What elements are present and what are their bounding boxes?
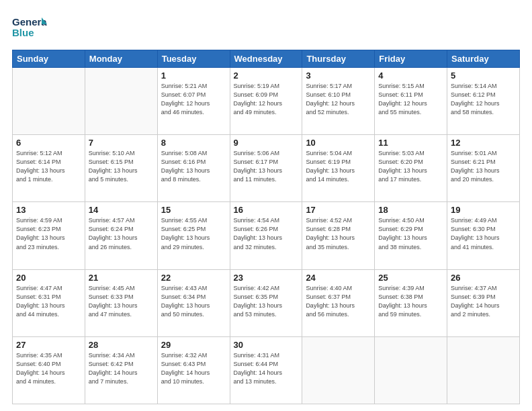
calendar-cell: 9Sunrise: 5:06 AM Sunset: 6:17 PM Daylig… [230, 135, 302, 202]
calendar-cell: 6Sunrise: 5:12 AM Sunset: 6:14 PM Daylig… [13, 135, 85, 202]
day-number: 18 [378, 205, 443, 215]
day-info: Sunrise: 5:15 AM Sunset: 6:11 PM Dayligh… [378, 82, 443, 117]
calendar-cell [447, 336, 520, 404]
logo-icon: General Blue [12, 12, 47, 42]
day-info: Sunrise: 5:10 AM Sunset: 6:15 PM Dayligh… [89, 149, 154, 184]
day-info: Sunrise: 4:35 AM Sunset: 6:40 PM Dayligh… [16, 351, 81, 386]
day-info: Sunrise: 4:31 AM Sunset: 6:44 PM Dayligh… [234, 351, 299, 386]
day-number: 21 [89, 273, 154, 283]
day-info: Sunrise: 4:54 AM Sunset: 6:26 PM Dayligh… [234, 216, 299, 251]
day-number: 11 [378, 138, 443, 148]
calendar-cell: 20Sunrise: 4:47 AM Sunset: 6:31 PM Dayli… [13, 269, 85, 336]
calendar-cell: 5Sunrise: 5:14 AM Sunset: 6:12 PM Daylig… [447, 68, 520, 135]
day-number: 30 [234, 340, 299, 350]
day-number: 25 [378, 273, 443, 283]
calendar-cell: 24Sunrise: 4:40 AM Sunset: 6:37 PM Dayli… [302, 269, 375, 336]
weekday-header-monday: Monday [85, 50, 157, 68]
day-info: Sunrise: 4:43 AM Sunset: 6:34 PM Dayligh… [161, 284, 226, 319]
calendar-cell: 3Sunrise: 5:17 AM Sunset: 6:10 PM Daylig… [302, 68, 375, 135]
week-row-5: 27Sunrise: 4:35 AM Sunset: 6:40 PM Dayli… [13, 336, 520, 404]
day-number: 20 [16, 273, 81, 283]
day-number: 27 [16, 340, 81, 350]
calendar-cell: 29Sunrise: 4:32 AM Sunset: 6:43 PM Dayli… [157, 336, 230, 404]
day-number: 19 [451, 205, 516, 215]
day-number: 10 [306, 138, 371, 148]
day-number: 29 [161, 340, 226, 350]
day-info: Sunrise: 4:52 AM Sunset: 6:28 PM Dayligh… [306, 216, 371, 251]
day-info: Sunrise: 5:06 AM Sunset: 6:17 PM Dayligh… [234, 149, 299, 184]
day-number: 15 [161, 205, 226, 215]
weekday-header-sunday: Sunday [13, 50, 85, 68]
calendar-cell: 2Sunrise: 5:19 AM Sunset: 6:09 PM Daylig… [230, 68, 302, 135]
calendar-cell: 22Sunrise: 4:43 AM Sunset: 6:34 PM Dayli… [157, 269, 230, 336]
calendar-cell: 14Sunrise: 4:57 AM Sunset: 6:24 PM Dayli… [85, 202, 157, 269]
day-number: 13 [16, 205, 81, 215]
calendar-cell: 30Sunrise: 4:31 AM Sunset: 6:44 PM Dayli… [230, 336, 302, 404]
day-number: 17 [306, 205, 371, 215]
day-info: Sunrise: 4:40 AM Sunset: 6:37 PM Dayligh… [306, 284, 371, 319]
day-number: 12 [451, 138, 516, 148]
calendar-cell: 25Sunrise: 4:39 AM Sunset: 6:38 PM Dayli… [375, 269, 447, 336]
weekday-header-row: SundayMondayTuesdayWednesdayThursdayFrid… [13, 50, 520, 68]
day-info: Sunrise: 5:21 AM Sunset: 6:07 PM Dayligh… [161, 82, 226, 117]
day-info: Sunrise: 4:57 AM Sunset: 6:24 PM Dayligh… [89, 216, 154, 251]
day-number: 28 [89, 340, 154, 350]
calendar-cell: 16Sunrise: 4:54 AM Sunset: 6:26 PM Dayli… [230, 202, 302, 269]
day-number: 23 [234, 273, 299, 283]
day-number: 3 [306, 71, 371, 81]
day-info: Sunrise: 4:42 AM Sunset: 6:35 PM Dayligh… [234, 284, 299, 319]
calendar-cell [85, 68, 157, 135]
day-number: 4 [378, 71, 443, 81]
calendar-cell [13, 68, 85, 135]
weekday-header-thursday: Thursday [302, 50, 375, 68]
calendar-cell: 15Sunrise: 4:55 AM Sunset: 6:25 PM Dayli… [157, 202, 230, 269]
day-info: Sunrise: 5:01 AM Sunset: 6:21 PM Dayligh… [451, 149, 516, 184]
day-number: 5 [451, 71, 516, 81]
day-info: Sunrise: 4:47 AM Sunset: 6:31 PM Dayligh… [16, 284, 81, 319]
header: General Blue [12, 12, 520, 44]
day-number: 16 [234, 205, 299, 215]
day-number: 6 [16, 138, 81, 148]
day-number: 22 [161, 273, 226, 283]
weekday-header-tuesday: Tuesday [157, 50, 230, 68]
week-row-3: 13Sunrise: 4:59 AM Sunset: 6:23 PM Dayli… [13, 202, 520, 269]
weekday-header-friday: Friday [375, 50, 447, 68]
calendar-cell [375, 336, 447, 404]
day-info: Sunrise: 4:50 AM Sunset: 6:29 PM Dayligh… [378, 216, 443, 251]
day-number: 2 [234, 71, 299, 81]
day-info: Sunrise: 4:34 AM Sunset: 6:42 PM Dayligh… [89, 351, 154, 386]
calendar-cell: 7Sunrise: 5:10 AM Sunset: 6:15 PM Daylig… [85, 135, 157, 202]
calendar-cell: 28Sunrise: 4:34 AM Sunset: 6:42 PM Dayli… [85, 336, 157, 404]
day-info: Sunrise: 4:59 AM Sunset: 6:23 PM Dayligh… [16, 216, 81, 251]
week-row-4: 20Sunrise: 4:47 AM Sunset: 6:31 PM Dayli… [13, 269, 520, 336]
day-info: Sunrise: 5:19 AM Sunset: 6:09 PM Dayligh… [234, 82, 299, 117]
page: General Blue SundayMondayTuesdayWednesda… [0, 0, 532, 411]
calendar-cell: 26Sunrise: 4:37 AM Sunset: 6:39 PM Dayli… [447, 269, 520, 336]
calendar-table: SundayMondayTuesdayWednesdayThursdayFrid… [12, 50, 520, 404]
day-info: Sunrise: 4:37 AM Sunset: 6:39 PM Dayligh… [451, 284, 516, 319]
calendar-cell: 11Sunrise: 5:03 AM Sunset: 6:20 PM Dayli… [375, 135, 447, 202]
day-number: 14 [89, 205, 154, 215]
calendar-cell: 12Sunrise: 5:01 AM Sunset: 6:21 PM Dayli… [447, 135, 520, 202]
day-info: Sunrise: 5:08 AM Sunset: 6:16 PM Dayligh… [161, 149, 226, 184]
calendar-cell: 17Sunrise: 4:52 AM Sunset: 6:28 PM Dayli… [302, 202, 375, 269]
day-info: Sunrise: 4:55 AM Sunset: 6:25 PM Dayligh… [161, 216, 226, 251]
calendar-cell: 1Sunrise: 5:21 AM Sunset: 6:07 PM Daylig… [157, 68, 230, 135]
day-info: Sunrise: 5:12 AM Sunset: 6:14 PM Dayligh… [16, 149, 81, 184]
svg-text:Blue: Blue [12, 27, 34, 38]
week-row-1: 1Sunrise: 5:21 AM Sunset: 6:07 PM Daylig… [13, 68, 520, 135]
day-number: 7 [89, 138, 154, 148]
day-number: 8 [161, 138, 226, 148]
calendar-cell: 18Sunrise: 4:50 AM Sunset: 6:29 PM Dayli… [375, 202, 447, 269]
day-number: 24 [306, 273, 371, 283]
day-info: Sunrise: 5:03 AM Sunset: 6:20 PM Dayligh… [378, 149, 443, 184]
day-info: Sunrise: 4:49 AM Sunset: 6:30 PM Dayligh… [451, 216, 516, 251]
calendar-cell: 13Sunrise: 4:59 AM Sunset: 6:23 PM Dayli… [13, 202, 85, 269]
logo: General Blue [12, 12, 47, 44]
day-number: 1 [161, 71, 226, 81]
weekday-header-wednesday: Wednesday [230, 50, 302, 68]
calendar-cell: 10Sunrise: 5:04 AM Sunset: 6:19 PM Dayli… [302, 135, 375, 202]
calendar-cell: 27Sunrise: 4:35 AM Sunset: 6:40 PM Dayli… [13, 336, 85, 404]
calendar-cell: 23Sunrise: 4:42 AM Sunset: 6:35 PM Dayli… [230, 269, 302, 336]
day-info: Sunrise: 4:45 AM Sunset: 6:33 PM Dayligh… [89, 284, 154, 319]
